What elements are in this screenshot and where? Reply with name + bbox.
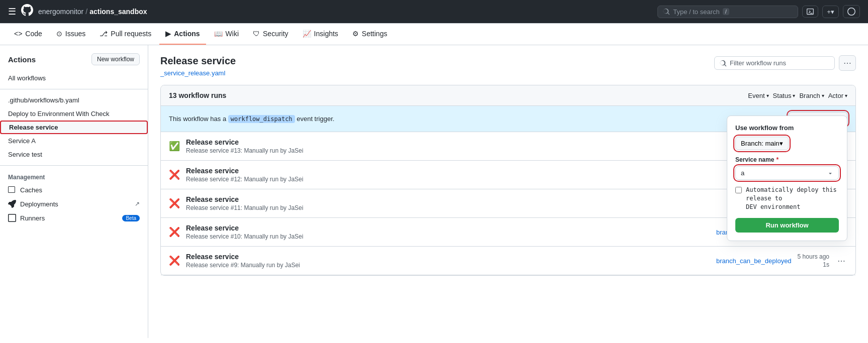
code-icon: <> <box>14 30 22 38</box>
search-placeholder: Type / to search <box>673 8 720 16</box>
deployments-label: Deployments <box>20 200 58 208</box>
filter-search-icon <box>720 60 727 67</box>
run-name[interactable]: Release service <box>186 253 710 261</box>
actions-icon: ▶ <box>165 30 171 38</box>
github-logo <box>21 4 33 19</box>
service-name-label: Service name * <box>735 156 839 163</box>
branch-filter-button[interactable]: Branch ▾ <box>799 92 824 99</box>
run-meta: Release service #12: Manually run by JaS… <box>186 176 766 183</box>
search-bar[interactable]: Type / to search / <box>657 6 798 18</box>
run-info: Release service Release service #12: Man… <box>186 167 766 183</box>
sidebar-divider-2 <box>0 165 148 166</box>
new-workflow-button[interactable]: New workflow <box>91 53 140 65</box>
run-info: Release service Release service #13: Man… <box>186 138 766 154</box>
user-icon <box>847 8 855 16</box>
run-name[interactable]: Release service <box>186 224 710 232</box>
status-filter-button[interactable]: Status ▾ <box>773 92 796 99</box>
trigger-code: workflow_dispatch <box>228 115 295 123</box>
top-nav-right: Type / to search / +▾ <box>657 5 860 18</box>
run-more-button[interactable]: ⋯ <box>835 254 847 268</box>
sidebar-item-caches[interactable]: Caches <box>0 183 148 197</box>
terminal-icon <box>807 8 814 15</box>
sidebar-title: Actions <box>8 55 36 64</box>
filter-more-button[interactable]: ⋯ <box>839 55 856 71</box>
sidebar-item-deploy[interactable]: Deploy to Environment With Check <box>0 107 148 121</box>
filter-placeholder: Filter workflow runs <box>730 59 786 67</box>
event-filter-button[interactable]: Event ▾ <box>748 92 768 99</box>
runners-icon <box>8 214 16 222</box>
run-workflow-panel: Use workflow from Branch: main ▾ Service… <box>727 116 847 241</box>
branch-select-button[interactable]: Branch: main ▾ <box>735 137 789 150</box>
filter-input[interactable]: Filter workflow runs <box>714 56 835 70</box>
issues-icon: ⊙ <box>56 30 62 38</box>
sidebar-management-title: Management <box>0 170 148 183</box>
filter-bar: Filter workflow runs ⋯ <box>714 55 856 71</box>
actor-caret: ▾ <box>845 93 847 98</box>
table-row: ❌ Release service Release service #9: Ma… <box>161 247 855 275</box>
run-meta: Release service #9: Manually run by JaSe… <box>186 262 710 269</box>
content-subtitle: _service_release.yaml <box>160 69 236 77</box>
repo-owner[interactable]: energomonitor <box>38 8 83 16</box>
run-info: Release service Release service #11: Man… <box>186 195 766 211</box>
tab-actions[interactable]: ▶ Actions <box>159 24 206 45</box>
tab-insights[interactable]: 📈 Insights <box>297 24 344 45</box>
run-meta: Release service #11: Manually run by JaS… <box>186 204 766 211</box>
sidebar-item-github-b[interactable]: .github/workflows/b.yaml <box>0 93 148 107</box>
sidebar-item-deployments[interactable]: Deployments ↗ <box>0 197 148 211</box>
tab-issues[interactable]: ⊙ Issues <box>50 24 91 45</box>
external-link-icon: ↗ <box>135 200 140 207</box>
tab-settings[interactable]: ⚙ Settings <box>346 24 394 45</box>
security-icon: 🛡 <box>253 30 260 38</box>
insights-icon: 📈 <box>303 30 311 38</box>
runs-count: 13 workflow runs <box>169 91 226 99</box>
run-info: Release service Release service #10: Man… <box>186 224 710 240</box>
sidebar-divider <box>0 89 148 89</box>
failure-status-icon: ❌ <box>169 226 180 238</box>
event-caret: ▾ <box>766 93 769 98</box>
tab-security[interactable]: 🛡 Security <box>247 24 295 45</box>
runs-filters: Event ▾ Status ▾ Branch ▾ Actor ▾ <box>748 92 847 99</box>
workflow-file-link[interactable]: _service_release.yaml <box>160 69 225 77</box>
sidebar-item-release-service[interactable]: Release service <box>0 121 148 134</box>
sidebar: Actions New workflow All workflows .gith… <box>0 45 148 338</box>
tab-wiki[interactable]: 📖 Wiki <box>208 24 245 45</box>
run-name[interactable]: Release service <box>186 138 766 146</box>
tab-code[interactable]: <> Code <box>8 24 48 45</box>
add-button[interactable]: +▾ <box>822 6 839 18</box>
auto-deploy-checkbox[interactable] <box>735 187 742 193</box>
repo-separator: / <box>85 8 87 16</box>
run-branch[interactable]: branch_can_be_deployed <box>716 257 792 265</box>
wiki-icon: 📖 <box>214 30 223 38</box>
panel-title: Use workflow from <box>735 124 839 132</box>
hamburger-icon[interactable]: ☰ <box>8 6 16 17</box>
run-time: 5 hours ago 1s <box>798 253 829 268</box>
caches-label: Caches <box>20 186 42 194</box>
repo-name[interactable]: actions_sandbox <box>89 8 147 16</box>
tab-pull-requests[interactable]: ⎇ Pull requests <box>93 24 157 45</box>
cache-icon <box>8 186 16 194</box>
service-name-input[interactable]: a <box>735 166 839 180</box>
sidebar-item-service-a[interactable]: Service A <box>0 134 148 148</box>
main-layout: Actions New workflow All workflows .gith… <box>0 45 868 338</box>
terminal-button[interactable] <box>802 6 818 18</box>
run-info: Release service Release service #9: Manu… <box>186 253 710 269</box>
content-area: Release service _service_release.yaml Fi… <box>148 45 868 338</box>
beta-badge: Beta <box>122 215 140 221</box>
branch-caret: ▾ <box>822 93 824 98</box>
failure-status-icon: ❌ <box>169 169 180 180</box>
run-name[interactable]: Release service <box>186 167 766 175</box>
panel-run-workflow-button[interactable]: Run workflow <box>735 218 839 233</box>
user-menu-button[interactable] <box>843 5 860 18</box>
sidebar-item-service-test[interactable]: Service test <box>0 148 148 161</box>
rocket-icon <box>8 200 16 208</box>
sidebar-item-runners[interactable]: Runners Beta <box>0 211 148 225</box>
runs-container: 13 workflow runs Event ▾ Status ▾ Branch… <box>160 85 856 276</box>
repo-nav: <> Code ⊙ Issues ⎇ Pull requests ▶ Actio… <box>0 24 868 45</box>
sidebar-item-all-workflows[interactable]: All workflows <box>0 71 148 85</box>
input-caret-icon <box>827 170 833 176</box>
actor-filter-button[interactable]: Actor ▾ <box>828 92 847 99</box>
run-name[interactable]: Release service <box>186 195 766 203</box>
failure-status-icon: ❌ <box>169 255 180 266</box>
trigger-banner-text: This workflow has a workflow_dispatch ev… <box>169 115 334 123</box>
top-nav: ☰ energomonitor / actions_sandbox Type /… <box>0 0 868 24</box>
